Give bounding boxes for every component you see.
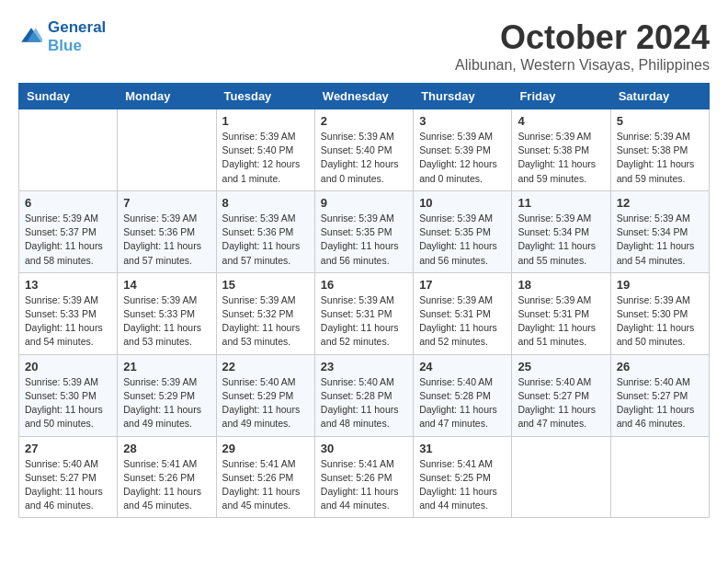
- calendar-cell: 27Sunrise: 5:40 AMSunset: 5:27 PMDayligh…: [19, 436, 118, 518]
- logo-icon: [20, 24, 42, 46]
- day-number: 31: [419, 442, 506, 455]
- day-info: Sunrise: 5:41 AMSunset: 5:26 PMDaylight:…: [123, 457, 210, 513]
- day-info: Sunrise: 5:39 AMSunset: 5:31 PMDaylight:…: [321, 293, 407, 350]
- calendar-cell: 5Sunrise: 5:39 AMSunset: 5:38 PMDaylight…: [610, 109, 709, 191]
- day-number: 4: [518, 114, 604, 128]
- day-info: Sunrise: 5:41 AMSunset: 5:25 PMDaylight:…: [419, 457, 506, 513]
- calendar-week-row: 27Sunrise: 5:40 AMSunset: 5:27 PMDayligh…: [19, 436, 710, 518]
- day-number: 28: [123, 442, 210, 455]
- day-info: Sunrise: 5:39 AMSunset: 5:38 PMDaylight:…: [617, 130, 703, 186]
- day-number: 22: [222, 360, 309, 373]
- calendar-week-row: 13Sunrise: 5:39 AMSunset: 5:33 PMDayligh…: [19, 272, 710, 354]
- day-number: 29: [222, 442, 309, 455]
- day-number: 15: [222, 278, 309, 292]
- calendar-cell: 4Sunrise: 5:39 AMSunset: 5:38 PMDaylight…: [512, 109, 610, 191]
- day-number: 5: [617, 114, 703, 128]
- weekday-header: Wednesday: [314, 84, 413, 109]
- day-number: 20: [25, 360, 111, 373]
- day-number: 12: [617, 196, 703, 210]
- day-number: 13: [25, 278, 111, 292]
- day-info: Sunrise: 5:39 AMSunset: 5:34 PMDaylight:…: [617, 212, 703, 268]
- day-number: 21: [123, 360, 210, 373]
- day-number: 26: [617, 360, 703, 373]
- calendar-cell: [19, 109, 118, 191]
- day-number: 24: [419, 360, 506, 373]
- day-info: Sunrise: 5:39 AMSunset: 5:34 PMDaylight:…: [518, 212, 604, 268]
- logo-line1: General: [48, 18, 106, 37]
- day-info: Sunrise: 5:40 AMSunset: 5:27 PMDaylight:…: [25, 457, 111, 513]
- calendar-header-row: SundayMondayTuesdayWednesdayThursdayFrid…: [19, 84, 710, 109]
- day-number: 27: [25, 442, 111, 455]
- weekday-header: Sunday: [19, 84, 118, 109]
- day-info: Sunrise: 5:39 AMSunset: 5:36 PMDaylight:…: [123, 212, 210, 268]
- day-info: Sunrise: 5:40 AMSunset: 5:27 PMDaylight:…: [617, 375, 703, 431]
- calendar-cell: 11Sunrise: 5:39 AMSunset: 5:34 PMDayligh…: [512, 190, 610, 272]
- day-info: Sunrise: 5:39 AMSunset: 5:40 PMDaylight:…: [321, 130, 407, 186]
- title-area: October 2024 Alibunan, Western Visayas, …: [455, 18, 710, 74]
- calendar-cell: 6Sunrise: 5:39 AMSunset: 5:37 PMDaylight…: [19, 190, 118, 272]
- calendar-cell: 20Sunrise: 5:39 AMSunset: 5:30 PMDayligh…: [19, 354, 118, 436]
- calendar-week-row: 6Sunrise: 5:39 AMSunset: 5:37 PMDaylight…: [19, 190, 710, 272]
- weekday-header: Tuesday: [216, 84, 314, 109]
- calendar-cell: 29Sunrise: 5:41 AMSunset: 5:26 PMDayligh…: [216, 436, 314, 518]
- day-number: 19: [617, 278, 703, 292]
- logo-line2: Blue: [48, 37, 106, 55]
- day-info: Sunrise: 5:40 AMSunset: 5:29 PMDaylight:…: [222, 375, 309, 431]
- day-info: Sunrise: 5:39 AMSunset: 5:29 PMDaylight:…: [123, 375, 210, 431]
- day-info: Sunrise: 5:39 AMSunset: 5:36 PMDaylight:…: [222, 212, 309, 268]
- day-info: Sunrise: 5:39 AMSunset: 5:33 PMDaylight:…: [25, 293, 111, 350]
- logo: General Blue: [18, 18, 106, 55]
- day-info: Sunrise: 5:39 AMSunset: 5:33 PMDaylight:…: [123, 293, 210, 350]
- page-header: General Blue October 2024 Alibunan, West…: [18, 18, 710, 74]
- day-number: 11: [518, 196, 604, 210]
- day-info: Sunrise: 5:39 AMSunset: 5:40 PMDaylight:…: [222, 130, 309, 186]
- day-info: Sunrise: 5:39 AMSunset: 5:39 PMDaylight:…: [419, 130, 506, 186]
- calendar-cell: 18Sunrise: 5:39 AMSunset: 5:31 PMDayligh…: [512, 272, 610, 354]
- calendar-cell: 3Sunrise: 5:39 AMSunset: 5:39 PMDaylight…: [414, 109, 512, 191]
- day-number: 25: [518, 360, 604, 373]
- day-info: Sunrise: 5:39 AMSunset: 5:32 PMDaylight:…: [222, 293, 309, 350]
- day-info: Sunrise: 5:39 AMSunset: 5:38 PMDaylight:…: [518, 130, 604, 186]
- calendar-cell: 28Sunrise: 5:41 AMSunset: 5:26 PMDayligh…: [118, 436, 216, 518]
- calendar-cell: 30Sunrise: 5:41 AMSunset: 5:26 PMDayligh…: [314, 436, 413, 518]
- calendar-cell: 10Sunrise: 5:39 AMSunset: 5:35 PMDayligh…: [414, 190, 512, 272]
- day-info: Sunrise: 5:39 AMSunset: 5:30 PMDaylight:…: [617, 293, 703, 350]
- day-number: 1: [222, 114, 309, 128]
- day-number: 6: [25, 196, 111, 210]
- day-info: Sunrise: 5:40 AMSunset: 5:27 PMDaylight:…: [518, 375, 604, 431]
- day-number: 7: [123, 196, 210, 210]
- calendar-cell: 23Sunrise: 5:40 AMSunset: 5:28 PMDayligh…: [314, 354, 413, 436]
- day-number: 18: [518, 278, 604, 292]
- calendar-cell: 19Sunrise: 5:39 AMSunset: 5:30 PMDayligh…: [610, 272, 709, 354]
- calendar-cell: 16Sunrise: 5:39 AMSunset: 5:31 PMDayligh…: [314, 272, 413, 354]
- calendar-week-row: 20Sunrise: 5:39 AMSunset: 5:30 PMDayligh…: [19, 354, 710, 436]
- calendar-cell: [610, 436, 709, 518]
- day-info: Sunrise: 5:39 AMSunset: 5:30 PMDaylight:…: [25, 375, 111, 431]
- day-number: 8: [222, 196, 309, 210]
- day-number: 30: [321, 442, 407, 455]
- weekday-header: Thursday: [414, 84, 512, 109]
- day-info: Sunrise: 5:40 AMSunset: 5:28 PMDaylight:…: [321, 375, 407, 431]
- calendar-cell: 25Sunrise: 5:40 AMSunset: 5:27 PMDayligh…: [512, 354, 610, 436]
- calendar-table: SundayMondayTuesdayWednesdayThursdayFrid…: [18, 83, 710, 518]
- weekday-header: Saturday: [610, 84, 709, 109]
- calendar-cell: 8Sunrise: 5:39 AMSunset: 5:36 PMDaylight…: [216, 190, 314, 272]
- calendar-cell: 14Sunrise: 5:39 AMSunset: 5:33 PMDayligh…: [118, 272, 216, 354]
- day-number: 3: [419, 114, 506, 128]
- calendar-cell: 7Sunrise: 5:39 AMSunset: 5:36 PMDaylight…: [118, 190, 216, 272]
- day-number: 10: [419, 196, 506, 210]
- day-number: 17: [419, 278, 506, 292]
- day-number: 2: [321, 114, 407, 128]
- day-info: Sunrise: 5:39 AMSunset: 5:35 PMDaylight:…: [419, 212, 506, 268]
- calendar-cell: 31Sunrise: 5:41 AMSunset: 5:25 PMDayligh…: [414, 436, 512, 518]
- calendar-cell: 22Sunrise: 5:40 AMSunset: 5:29 PMDayligh…: [216, 354, 314, 436]
- location-title: Alibunan, Western Visayas, Philippines: [455, 57, 710, 74]
- calendar-cell: 2Sunrise: 5:39 AMSunset: 5:40 PMDaylight…: [314, 109, 413, 191]
- calendar-cell: 9Sunrise: 5:39 AMSunset: 5:35 PMDaylight…: [314, 190, 413, 272]
- day-info: Sunrise: 5:41 AMSunset: 5:26 PMDaylight:…: [321, 457, 407, 513]
- calendar-cell: 21Sunrise: 5:39 AMSunset: 5:29 PMDayligh…: [118, 354, 216, 436]
- day-number: 23: [321, 360, 407, 373]
- weekday-header: Friday: [512, 84, 610, 109]
- day-info: Sunrise: 5:39 AMSunset: 5:31 PMDaylight:…: [518, 293, 604, 350]
- day-number: 16: [321, 278, 407, 292]
